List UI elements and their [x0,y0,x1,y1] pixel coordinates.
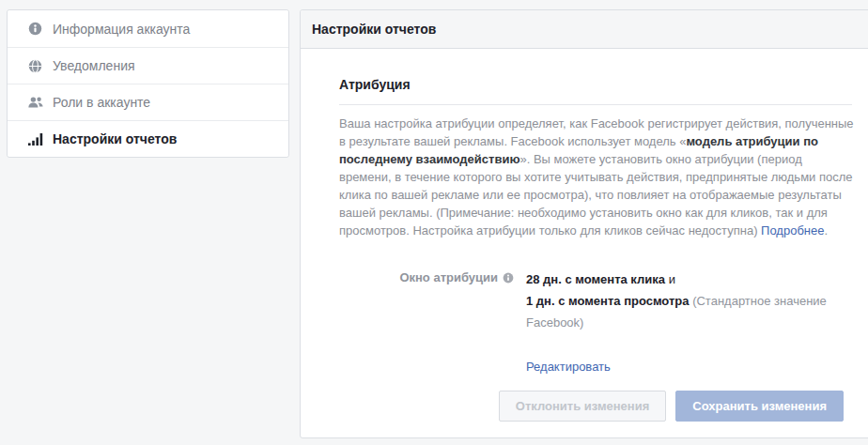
sidebar-item-label: Настройки отчетов [53,131,177,146]
info-icon [27,21,43,37]
edit-link[interactable]: Редактировать [526,356,611,377]
view-window-days: 1 дн. с момента просмотра [526,294,690,308]
footer-actions: Отклонить изменения Сохранить изменения [499,391,844,422]
report-settings-panel: Настройки отчетов Атрибуция Ваша настрой… [300,9,868,438]
sidebar-item-label: Уведомления [53,58,135,73]
view-window-value: 1 дн. с момента просмотра (Стандартное з… [526,290,857,333]
save-changes-button[interactable]: Сохранить изменения [675,391,844,422]
panel-title: Настройки отчетов [312,22,436,37]
attribution-window-label-wrap: Окно атрибуции [339,269,514,377]
people-icon [27,95,43,111]
info-icon[interactable] [503,272,514,284]
globe-icon [27,58,43,74]
sidebar-item-label: Информация аккаунта [53,22,190,37]
sidebar-item-notifications[interactable]: Уведомления [8,47,288,84]
settings-sidebar: Информация аккаунта Уведомления Роли в а… [7,9,289,158]
discard-changes-button[interactable]: Отклонить изменения [499,391,666,422]
attribution-description: Ваша настройка атрибуции определяет, как… [339,115,854,239]
sidebar-item-label: Роли в аккаунте [53,95,150,110]
sidebar-item-report-settings[interactable]: Настройки отчетов [8,120,288,157]
description-text: . [825,223,829,238]
click-window-value: 28 дн. с момента клика и [526,269,857,290]
attribution-window-row: Окно атрибуции 28 дн. с момента клика и … [339,269,868,377]
click-window-suffix: и [665,272,675,286]
account-settings-page: Информация аккаунта Уведомления Роли в а… [0,0,868,445]
section-divider [339,104,852,105]
bar-chart-icon [27,131,43,147]
attribution-window-values: 28 дн. с момента клика и 1 дн. с момента… [526,269,857,377]
sidebar-item-account-roles[interactable]: Роли в аккаунте [8,84,288,120]
click-window-days: 28 дн. с момента клика [526,272,665,286]
attribution-window-label: Окно атрибуции [399,270,498,284]
attribution-section-heading: Атрибуция [339,77,868,92]
sidebar-item-account-info[interactable]: Информация аккаунта [8,10,288,47]
panel-header: Настройки отчетов [301,10,868,49]
learn-more-link[interactable]: Подробнее [761,223,824,238]
